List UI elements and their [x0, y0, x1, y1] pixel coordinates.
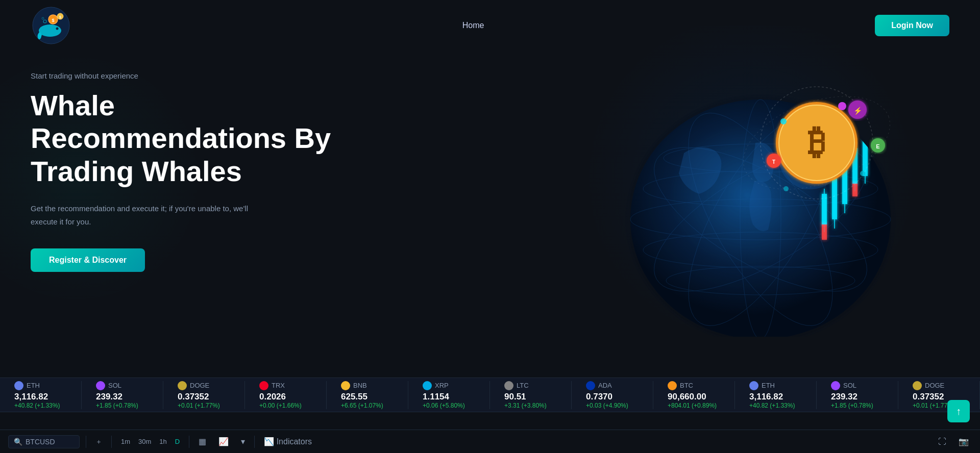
ticker-price: 90.51 [504, 392, 557, 402]
line-chart-icon[interactable]: 📈 [215, 435, 232, 448]
ticker-symbol: ETH [762, 382, 775, 389]
scroll-top-button[interactable]: ↑ [947, 400, 970, 422]
coin-dot [668, 381, 677, 390]
svg-rect-25 [832, 179, 837, 219]
ticker-price: 3,116.82 [14, 392, 67, 402]
ticker-symbol: BTC [680, 382, 693, 389]
hero-text: Start trading without experience Whale R… [31, 71, 347, 272]
ticker-symbol: ETH [27, 382, 40, 389]
logo-container: $ $ [31, 5, 71, 46]
ticker-bar: ETH 3,116.82 +40.82 (+1.33%) SOL 239.32 … [0, 377, 980, 412]
coin-dot [504, 381, 513, 390]
nav-home[interactable]: Home [462, 21, 484, 30]
ticker-symbol: SOL [843, 382, 856, 389]
svg-rect-37 [822, 224, 827, 240]
indicators-chart-icon: 📉 [264, 437, 274, 446]
coin-dot [341, 381, 350, 390]
ticker-price: 239.32 [831, 392, 884, 402]
ticker-change: +1.85 (+0.78%) [96, 402, 149, 409]
divider-3 [189, 436, 189, 448]
toolbar-right: ⛶ 📷 [935, 435, 972, 448]
timeframe-d[interactable]: D [172, 436, 183, 447]
snapshot-button[interactable]: 📷 [955, 435, 972, 448]
coin-dot [14, 381, 23, 390]
hero-illustration: ₿ ⚡ E T [541, 31, 980, 337]
timeframe-selector: 1m30m1hD [118, 436, 183, 447]
ticker-price: 625.55 [341, 392, 394, 402]
ticker-change: +40.82 (+1.33%) [14, 402, 67, 409]
svg-rect-38 [852, 184, 857, 196]
ticker-symbol: SOL [108, 382, 121, 389]
ticker-change: +0.01 (+1.77%) [178, 402, 230, 409]
register-button[interactable]: Register & Discover [31, 248, 145, 272]
ticker-item: SOL 239.32 +1.85 (+0.78%) [82, 381, 163, 409]
ticker-symbol: DOGE [190, 382, 209, 389]
svg-text:$: $ [52, 18, 54, 23]
symbol-label: BTCUSD [26, 438, 55, 446]
ticker-price: 90,660.00 [668, 392, 720, 402]
ticker-scroll: ETH 3,116.82 +40.82 (+1.33%) SOL 239.32 … [0, 381, 980, 409]
ticker-symbol: LTC [517, 382, 529, 389]
ticker-item: BTC 90,660.00 +804.01 (+0.89%) [653, 381, 735, 409]
ticker-symbol: TRX [272, 382, 285, 389]
hero-title-line1: Whale Recommendations By [31, 89, 331, 154]
ticker-change: +0.00 (+1.66%) [259, 402, 312, 409]
ticker-price: 0.37352 [178, 392, 230, 402]
login-button[interactable]: Login Now [875, 15, 949, 36]
symbol-search[interactable]: 🔍 BTCUSD [8, 435, 80, 448]
hero-description: Get the recommendation and execute it; i… [31, 202, 265, 228]
svg-point-57 [780, 118, 787, 124]
timeframe-1m[interactable]: 1m [118, 436, 133, 447]
ticker-change: +804.01 (+0.89%) [668, 402, 720, 409]
ticker-item: DOGE 0.37352 +0.01 (+1.77%) [163, 381, 245, 409]
svg-text:E: E [876, 143, 879, 149]
ticker-change: +0.03 (+4.90%) [586, 402, 639, 409]
coin-dot [831, 381, 840, 390]
coin-dot [423, 381, 432, 390]
coin-dot [178, 381, 187, 390]
ticker-item: BNB 625.55 +6.65 (+1.07%) [327, 381, 408, 409]
logo-icon: $ $ [31, 5, 71, 46]
chart-type-dropdown[interactable]: ▾ [238, 435, 248, 448]
search-icon: 🔍 [14, 438, 22, 446]
fullscreen-button[interactable]: ⛶ [935, 435, 949, 448]
divider-4 [254, 436, 255, 448]
svg-text:T: T [772, 159, 775, 165]
ticker-price: 0.7370 [586, 392, 639, 402]
chart-toolbar: 🔍 BTCUSD ＋ 1m30m1hD ▦ 📈 ▾ 📉 Indicators ⛶… [0, 430, 980, 453]
ticker-change: +3.31 (+3.80%) [504, 402, 557, 409]
ticker-symbol: DOGE [925, 382, 944, 389]
timeframe-1h[interactable]: 1h [156, 436, 169, 447]
indicators-label: Indicators [277, 437, 312, 446]
hero-subtitle: Start trading without experience [31, 71, 347, 80]
bar-chart-icon[interactable]: ▦ [195, 435, 209, 448]
ticker-price: 0.2026 [259, 392, 312, 402]
svg-rect-44 [897, 117, 901, 144]
indicators-button[interactable]: 📉 Indicators [261, 435, 315, 448]
ticker-item: XRP 1.1154 +0.06 (+5.80%) [408, 381, 490, 409]
ticker-item: SOL 239.32 +1.85 (+0.78%) [817, 381, 898, 409]
ticker-symbol: XRP [435, 382, 449, 389]
svg-point-59 [783, 186, 789, 191]
ticker-symbol: BNB [353, 382, 367, 389]
navbar: $ $ Home Login Now [0, 0, 980, 51]
timeframe-30m[interactable]: 30m [135, 436, 154, 447]
ticker-change: +0.06 (+5.80%) [423, 402, 475, 409]
svg-text:$: $ [59, 15, 61, 19]
ticker-change: +6.65 (+1.07%) [341, 402, 394, 409]
coin-dot [913, 381, 922, 390]
nav-links: Home [462, 21, 484, 30]
ticker-price: 1.1154 [423, 392, 475, 402]
coin-dot [586, 381, 595, 390]
ticker-change: +40.82 (+1.33%) [749, 402, 802, 409]
svg-rect-43 [889, 125, 893, 144]
ticker-item: ETH 3,116.82 +40.82 (+1.33%) [735, 381, 817, 409]
globe-svg: ₿ ⚡ E T [541, 31, 980, 337]
svg-point-56 [838, 102, 846, 110]
svg-text:⚡: ⚡ [853, 107, 863, 115]
ticker-symbol: ADA [598, 382, 612, 389]
hero-title: Whale Recommendations By Trading Whales [31, 89, 347, 188]
svg-point-2 [56, 28, 59, 30]
add-symbol-button[interactable]: ＋ [92, 435, 105, 448]
svg-point-58 [860, 171, 865, 176]
